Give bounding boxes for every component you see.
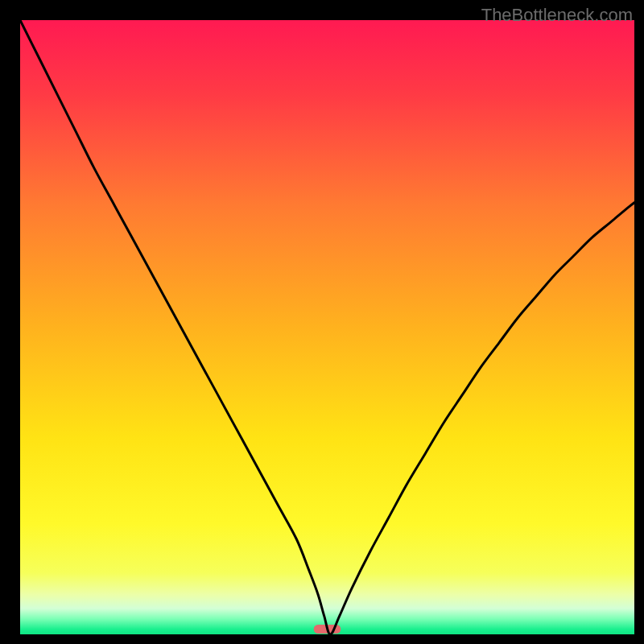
chart-background-gradient xyxy=(20,20,634,634)
watermark: TheBottleneck.com xyxy=(481,5,633,26)
chart-svg xyxy=(0,0,644,644)
bottleneck-chart: TheBottleneck.com xyxy=(0,0,644,644)
